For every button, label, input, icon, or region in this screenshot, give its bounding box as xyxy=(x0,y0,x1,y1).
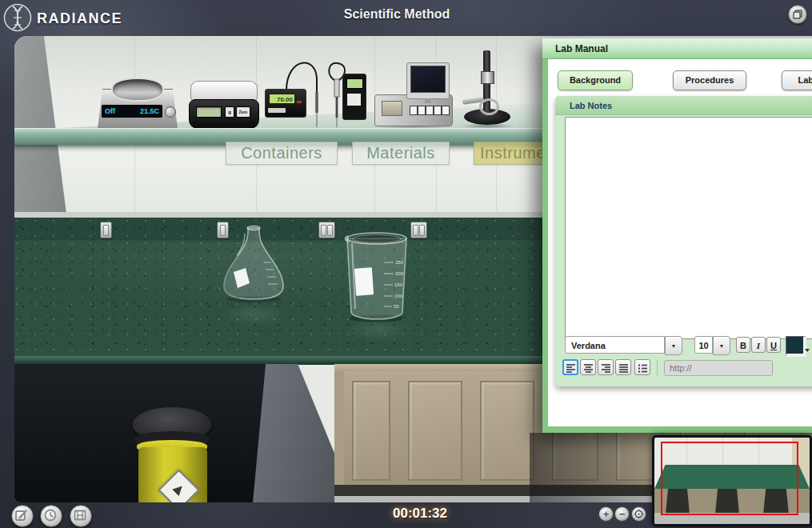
spectrophotometer[interactable] xyxy=(374,94,453,126)
font-family-dropdown-arrow-icon[interactable]: ▼ xyxy=(665,336,682,355)
bold-button[interactable]: B xyxy=(736,337,750,353)
handheld-meter[interactable] xyxy=(342,74,366,120)
spectrophotometer-button[interactable] xyxy=(442,106,450,115)
shelf-tab-materials[interactable]: Materials xyxy=(352,142,450,165)
computer-monitor[interactable] xyxy=(406,62,450,99)
filmstrip-button[interactable] xyxy=(70,505,92,527)
monitor-stand xyxy=(425,98,431,103)
radiance-logo-icon xyxy=(2,2,33,33)
window-restore-button[interactable] xyxy=(788,5,807,24)
burner-collar xyxy=(481,71,494,84)
font-size-dropdown-arrow-icon[interactable]: ▼ xyxy=(713,336,730,355)
tab-procedures[interactable]: Procedures xyxy=(673,70,746,90)
cabinet-door xyxy=(400,371,474,492)
wall-outlet xyxy=(100,222,112,238)
meter-label xyxy=(347,94,361,106)
balance-lcd xyxy=(196,106,222,118)
align-right-button[interactable] xyxy=(598,359,614,375)
toolbar-divider xyxy=(657,360,658,375)
align-center-button[interactable] xyxy=(580,359,596,375)
panel-border xyxy=(542,426,812,433)
thermometer-brand-mark xyxy=(297,101,302,103)
color-dropdown-arrow-icon xyxy=(805,349,810,352)
erlenmeyer-flask[interactable] xyxy=(218,224,290,304)
align-center-icon xyxy=(583,363,594,374)
hot-plate-pan xyxy=(111,78,164,102)
panel-border xyxy=(542,59,548,426)
hot-plate-temperature: 21.5C xyxy=(140,107,159,115)
align-right-icon xyxy=(601,363,611,374)
clock-button[interactable] xyxy=(40,505,62,527)
tab-lab-notes[interactable]: Lab Notes xyxy=(782,70,812,90)
lab-manual-titlebar[interactable]: Lab Manual xyxy=(542,38,812,59)
thermometer-lcd: 70.00 xyxy=(269,94,295,104)
zoom-in-button[interactable]: + xyxy=(598,506,614,522)
spectrophotometer-slot xyxy=(382,101,402,116)
spectrophotometer-button[interactable] xyxy=(426,106,434,115)
brand-name: RADIANCE xyxy=(37,10,122,27)
digital-thermometer[interactable]: 70.00 xyxy=(265,89,306,118)
hot-plate-status: Off xyxy=(105,107,115,115)
beaker-graduation: 50 xyxy=(394,304,399,309)
hot-plate-knob[interactable] xyxy=(165,106,176,118)
cabinet-door xyxy=(344,371,402,492)
meter-screen xyxy=(346,78,363,89)
align-left-icon xyxy=(566,363,576,374)
balance-zero-button[interactable]: Zero xyxy=(236,106,250,118)
spectrophotometer-button[interactable] xyxy=(410,106,418,115)
edit-notes-button[interactable] xyxy=(11,505,34,527)
lab-notes-textarea[interactable] xyxy=(565,117,812,339)
beaker-graduation: 150 xyxy=(394,282,403,287)
filmstrip-icon xyxy=(74,509,86,522)
lab-manual-panel: Lab Manual Background Procedures Lab Not… xyxy=(542,38,812,433)
hazard-icon xyxy=(172,482,186,496)
spectrophotometer-button[interactable] xyxy=(434,106,442,115)
bullet-list-icon xyxy=(638,363,648,374)
hot-plate-display: Off 21.5C xyxy=(102,105,162,118)
shelf-tab-containers[interactable]: Containers xyxy=(226,142,338,165)
bullet-list-button[interactable] xyxy=(634,359,650,375)
window-restore-icon xyxy=(793,10,802,19)
italic-button[interactable]: I xyxy=(751,337,766,353)
beaker-graduation: 250 xyxy=(395,260,404,265)
burner-stand[interactable] xyxy=(462,50,512,126)
wall-outlet xyxy=(410,222,427,238)
notepad-pencil-icon xyxy=(15,509,28,522)
zoom-reset-icon xyxy=(634,510,643,518)
flask-reflection xyxy=(219,303,290,326)
beaker-graduation: 200 xyxy=(395,271,404,276)
text-color-swatch[interactable] xyxy=(786,336,806,357)
burner-ring xyxy=(479,98,499,115)
monitor-screen xyxy=(410,66,446,93)
clock-icon xyxy=(44,509,57,522)
hyperlink-url-input[interactable] xyxy=(664,360,773,376)
app-window: RADIANCE Scientific Method Off 21.5C xyxy=(0,0,812,528)
digital-balance[interactable]: g Zero xyxy=(189,81,258,127)
lab-notes-header: Lab Notes xyxy=(555,96,812,115)
spectrophotometer-button[interactable] xyxy=(418,106,426,115)
minimap-viewport-rectangle[interactable] xyxy=(661,442,798,515)
balance-base: g Zero xyxy=(189,99,259,129)
session-timer: 00:01:32 xyxy=(372,506,468,522)
zoom-reset-button[interactable] xyxy=(631,506,646,522)
lab-notes-widget: Lab Notes Verdana ▼ 10 ▼ B I U xyxy=(555,96,812,386)
align-justify-button[interactable] xyxy=(615,359,631,375)
minimap[interactable] xyxy=(652,435,812,526)
balance-unit-button[interactable]: g xyxy=(225,106,234,118)
page-title: Scientific Method xyxy=(304,7,490,22)
hot-plate[interactable]: Off 21.5C xyxy=(98,78,176,127)
beaker[interactable]: 250 200 150 100 50 xyxy=(342,230,411,323)
font-size-select[interactable]: 10 xyxy=(694,336,713,354)
wall-outlet xyxy=(318,222,335,238)
underline-button[interactable]: U xyxy=(766,337,781,353)
font-family-select[interactable]: Verdana xyxy=(565,336,665,354)
align-justify-icon xyxy=(618,363,629,374)
thermometer-button xyxy=(268,108,286,113)
zoom-out-button[interactable]: − xyxy=(614,506,630,522)
beaker-graduation: 100 xyxy=(394,294,403,298)
align-left-button[interactable] xyxy=(562,359,578,375)
tab-background[interactable]: Background xyxy=(558,70,633,90)
